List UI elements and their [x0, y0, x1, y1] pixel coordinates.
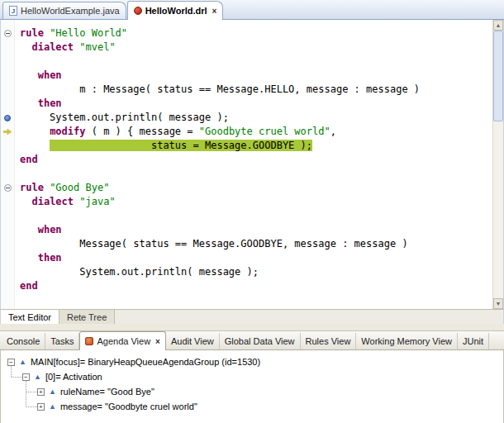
- view-tab-junit[interactable]: JUnit: [458, 333, 489, 349]
- fold-collapse-icon[interactable]: [4, 30, 12, 37]
- tree-item-label: [0]= Activation: [45, 372, 102, 382]
- editor-scrollbar[interactable]: ▲ ▼: [492, 20, 503, 309]
- gutter-line: [1, 181, 14, 195]
- mode-tab-text-editor[interactable]: Text Editor: [1, 310, 59, 324]
- close-icon[interactable]: ×: [212, 7, 217, 16]
- ide-window: JHelloWorldExample.javaHelloWorld.drl× r…: [0, 0, 504, 423]
- close-icon[interactable]: ×: [155, 337, 160, 346]
- view-tab-agenda-view[interactable]: Agenda View×: [79, 331, 165, 350]
- gutter-line: [1, 125, 14, 139]
- code-line: [20, 167, 492, 181]
- editor-tab-label: HelloWorldExample.java: [21, 6, 120, 16]
- agenda-tree: −▲MAIN[focus]= BinaryHeapQueueAgendaGrou…: [1, 354, 503, 414]
- debug-pointer-arrow-icon: [3, 129, 12, 135]
- tree-connector-line: [11, 366, 12, 377]
- code-line: end: [20, 279, 492, 293]
- sash-divider[interactable]: [0, 324, 504, 330]
- gutter-line: [1, 251, 14, 265]
- view-tab-rules-view[interactable]: Rules View: [301, 333, 357, 349]
- view-tab-audit-view[interactable]: Audit View: [166, 333, 220, 349]
- breakpoint-dot-icon[interactable]: [4, 115, 11, 121]
- scrollbar-track[interactable]: [493, 31, 503, 298]
- gutter-line: [1, 26, 14, 40]
- gutter-line: [1, 167, 14, 181]
- code-line: end: [20, 153, 492, 167]
- tree-item[interactable]: −▲[0]= Activation: [1, 369, 503, 384]
- editor-tab-helloworld-drl[interactable]: HelloWorld.drl×: [127, 1, 224, 20]
- tree-expander-minus-icon[interactable]: −: [22, 373, 30, 381]
- gutter-line: [1, 279, 14, 293]
- gutter-line: [1, 139, 14, 153]
- scrollbar-thumb[interactable]: [493, 31, 503, 121]
- scroll-up-icon[interactable]: ▲: [493, 20, 503, 31]
- tree-item[interactable]: +▲ruleName= "Good Bye": [1, 384, 503, 399]
- code-line: m : Message( status == Message.HELLO, me…: [20, 83, 492, 97]
- gutter-line: [1, 83, 14, 97]
- view-tab-console[interactable]: Console: [2, 333, 45, 349]
- tree-item[interactable]: +▲message= "Goodbyte cruel world": [1, 399, 503, 414]
- code-line: Message( status == Message.GOODBYE, mess…: [20, 237, 492, 251]
- gutter-line: [1, 265, 14, 279]
- delta-icon: ▲: [19, 359, 26, 366]
- code-line: when: [20, 223, 492, 237]
- view-tab-label: Rules View: [306, 336, 351, 346]
- editor-tab-label: HelloWorld.drl: [145, 6, 207, 16]
- view-tab-global-data-view[interactable]: Global Data View: [220, 333, 301, 349]
- gutter-line: [1, 223, 14, 237]
- agenda-view-icon: [85, 337, 93, 345]
- java-file-icon: J: [9, 6, 17, 16]
- view-tab-label: Tasks: [50, 336, 74, 346]
- view-tab-label: JUnit: [463, 336, 483, 346]
- code-line: rule "Good Bye": [20, 181, 492, 195]
- view-tab-label: Agenda View: [97, 336, 150, 346]
- view-tab-label: Console: [7, 336, 40, 346]
- code-line: System.out.println( message );: [20, 265, 492, 279]
- code-line: status = Message.GOODBYE );: [20, 139, 492, 153]
- gutter-line: [1, 55, 14, 69]
- agenda-view-panel: −▲MAIN[focus]= BinaryHeapQueueAgendaGrou…: [0, 350, 504, 423]
- scroll-down-icon[interactable]: ▼: [493, 298, 503, 309]
- delta-icon: ▲: [49, 388, 56, 396]
- tree-item-label: message= "Goodbyte cruel world": [60, 402, 197, 411]
- editor-gutter[interactable]: [1, 20, 15, 309]
- tree-expander-minus-icon[interactable]: −: [7, 359, 15, 366]
- view-tab-label: Working Memory View: [361, 336, 452, 346]
- tree-expander-plus-icon[interactable]: +: [37, 403, 45, 411]
- code-line: [20, 55, 492, 69]
- code-line: modify ( m ) { message = "Goodbyte cruel…: [20, 125, 492, 139]
- tree-connector-line: [26, 381, 26, 406]
- gutter-line: [1, 153, 14, 167]
- code-line: when: [20, 69, 492, 83]
- editor-mode-tab-bar: Text EditorRete Tree: [0, 309, 504, 324]
- code-area[interactable]: rule "Hello World" dialect "mvel" when m…: [15, 20, 492, 309]
- code-line: dialect "mvel": [20, 40, 492, 55]
- gutter-line: [1, 209, 14, 223]
- view-tab-label: Audit View: [171, 336, 214, 346]
- mode-tab-rete-tree[interactable]: Rete Tree: [59, 310, 115, 324]
- code-line: then: [20, 97, 492, 111]
- tree-connector-line: [26, 392, 37, 392]
- gutter-line: [1, 97, 14, 111]
- fold-collapse-icon[interactable]: [4, 184, 12, 192]
- code-line: rule "Hello World": [20, 26, 492, 40]
- code-line: System.out.println( message );: [20, 111, 492, 125]
- code-line: dialect "java": [20, 195, 492, 209]
- editor-area: rule "Hello World" dialect "mvel" when m…: [0, 20, 504, 309]
- delta-icon: ▲: [34, 373, 41, 381]
- gutter-line: [1, 195, 14, 209]
- tree-connector-line: [12, 377, 22, 378]
- code-line: then: [20, 251, 492, 265]
- tree-connector-line: [26, 406, 37, 407]
- view-tab-label: Global Data View: [225, 336, 295, 346]
- tree-item[interactable]: −▲MAIN[focus]= BinaryHeapQueueAgendaGrou…: [1, 354, 503, 369]
- delta-icon: ▲: [49, 403, 56, 411]
- view-tab-tasks[interactable]: Tasks: [45, 333, 79, 349]
- tree-item-label: MAIN[focus]= BinaryHeapQueueAgendaGroup …: [31, 357, 260, 367]
- gutter-line: [1, 40, 14, 55]
- tree-expander-plus-icon[interactable]: +: [37, 388, 45, 396]
- editor-tab-helloworldexample-java[interactable]: JHelloWorldExample.java: [2, 2, 126, 19]
- editor-tab-bar: JHelloWorldExample.javaHelloWorld.drl×: [0, 0, 504, 20]
- view-tab-working-memory-view[interactable]: Working Memory View: [356, 333, 458, 349]
- panel-tab-bar: ConsoleTasksAgenda View×Audit ViewGlobal…: [0, 330, 504, 350]
- gutter-line: [1, 111, 14, 125]
